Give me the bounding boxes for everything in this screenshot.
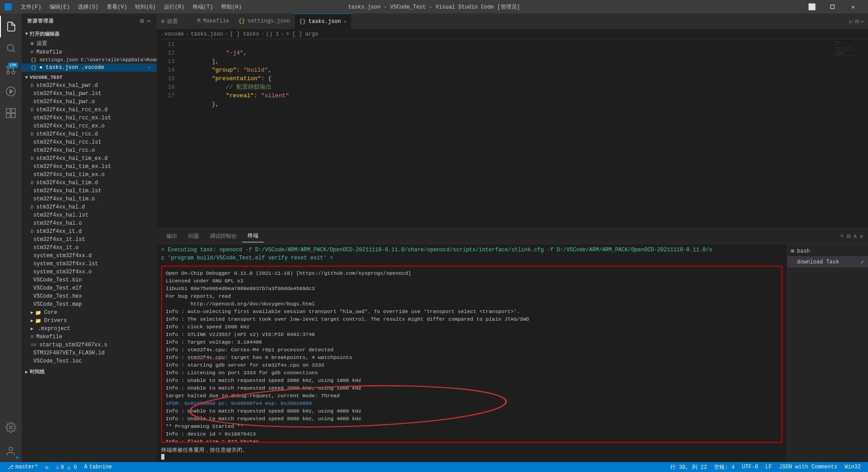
file-makefile[interactable]: M Makefile [22, 333, 157, 341]
open-editor-tasks-json[interactable]: {} ● tasks.json .vscode ✕ [22, 64, 157, 72]
split-editor-icon[interactable]: ⊟ [855, 18, 859, 25]
vscode-test-header[interactable]: ▼ VSCODE_TEST [22, 73, 157, 82]
breadcrumb-tasks[interactable]: [ ] tasks [230, 31, 259, 37]
folder-drivers[interactable]: ▶ 📁 Drivers [22, 317, 157, 325]
statusbar-branch[interactable]: ⎇ master* [4, 462, 41, 472]
menu-view[interactable]: 查看(V) [103, 2, 131, 12]
file-vscode-test-map[interactable]: VSCode_Test.map [22, 300, 157, 309]
file-stm32-hal-rcc-ex-o[interactable]: stm32f4xx_hal_rcc_ex.o [22, 122, 157, 130]
window-close-button[interactable]: ✕ [843, 0, 863, 14]
file-vscode-test-elf[interactable]: VSCode_Test.elf [22, 284, 157, 292]
file-stm32-hal-tim-d[interactable]: D stm32f4xx_hal_tim.d [22, 179, 157, 187]
file-stm32-hal-rcc-lst[interactable]: stm32f4xx_hal_rcc.lst [22, 138, 157, 146]
statusbar-eol[interactable]: LF [762, 462, 775, 472]
menu-help[interactable]: 帮助(H) [217, 2, 245, 12]
menu-goto[interactable]: 转到(G) [131, 2, 159, 12]
statusbar-tabnine[interactable]: A tabnine [81, 462, 116, 472]
statusbar-spaces[interactable]: 空格: 4 [710, 462, 738, 472]
folder-core[interactable]: ▶ 📁 Core [22, 309, 157, 317]
open-editor-settings-json[interactable]: {} settings.json C:\Users\ajie\AppData\R… [22, 56, 157, 64]
statusbar-encoding[interactable]: UTF-8 [738, 462, 762, 472]
statusbar-language[interactable]: JSON with Comments [775, 462, 841, 472]
window-toggle-button[interactable] [822, 0, 843, 14]
breadcrumb-vscode[interactable]: .vscode [161, 31, 184, 37]
menu-select[interactable]: 选择(S) [74, 2, 102, 12]
file-stm32-hal-rcc-d[interactable]: D stm32f4xx_hal_rcc.d [22, 130, 157, 138]
new-file-icon[interactable]: ⊞ [140, 17, 144, 25]
file-stm32-hal-tim-lst[interactable]: stm32f4xx_hal_tim.lst [22, 187, 157, 195]
activity-account[interactable] [0, 440, 22, 462]
file-system-stm32-o[interactable]: system_stm32f4xx.o [22, 268, 157, 276]
activity-search[interactable] [0, 37, 22, 59]
statusbar-errors[interactable]: ⚠ 0 △ 0 [52, 462, 81, 472]
terminal-output-box[interactable]: Open On-Chip Debugger 0.11.0 (2021-11-18… [161, 266, 782, 443]
file-stm32-hal-pwr-d[interactable]: D stm32f4xx_hal_pwr.d [22, 82, 157, 90]
file-stm32-hal-tim-o[interactable]: stm32f4xx_hal_tim.o [22, 195, 157, 203]
file-stm32-hal-tim-ex-d[interactable]: D stm32f4xx_hal_tim_ex.d [22, 154, 157, 163]
activity-extensions[interactable] [0, 102, 22, 124]
menu-edit[interactable]: 编辑(E) [46, 2, 74, 12]
file-system-stm32-lst[interactable]: system_stm32f4xx.lst [22, 260, 157, 268]
file-flash-ld[interactable]: STM32F407VETx_FLASH.ld [22, 349, 157, 357]
file-ioc[interactable]: VSCode_Test.ioc [22, 357, 157, 365]
file-stm32-it-lst[interactable]: stm32f4xx_it.lst [22, 236, 157, 244]
window-minimize-button[interactable]: ⬜ [801, 0, 822, 14]
terminal-bash-item[interactable]: ⊞ bash [787, 246, 868, 256]
tasks-json-close-icon[interactable]: ✕ [148, 65, 150, 70]
tab-makefile[interactable]: M Makefile [193, 14, 234, 29]
file-stm32-it-o[interactable]: stm32f4xx_it.o [22, 244, 157, 252]
breadcrumb-sep4: › [281, 31, 284, 37]
menu-run[interactable]: 运行(R) [160, 2, 188, 12]
tab-settings-json[interactable]: {} settings.json [234, 14, 295, 29]
minimize-terminal-icon[interactable]: ∧ [853, 232, 857, 240]
open-editor-settings[interactable]: ⚙ 设置 [22, 39, 157, 48]
file-startup[interactable]: ≡≡ startup_stm32f407xx.s [22, 341, 157, 349]
file-stm32-hal-tim-ex-o[interactable]: stm32f4xx_hal_tim_ex.o [22, 171, 157, 179]
file-stm32-hal-pwr-o[interactable]: stm32f4xx_hal_pwr.o [22, 98, 157, 106]
terminal-tab-terminal[interactable]: 终端 [242, 230, 264, 242]
activity-source-control[interactable]: 10K [0, 59, 22, 81]
menu-file[interactable]: 文件(F) [17, 2, 45, 12]
timeline-header[interactable]: ▶ 时间线 [22, 367, 157, 377]
activity-settings[interactable] [0, 417, 22, 438]
file-vscode-test-bin[interactable]: VSCode_Test.bin [22, 276, 157, 284]
code-content[interactable]: "-j4", ], "group": "build", "presentatio… [179, 39, 832, 228]
file-stm32-it-d[interactable]: D stm32f4xx_it.d [22, 227, 157, 236]
run-icon[interactable]: ▷ [850, 18, 853, 25]
file-stm32-hal-rcc-o[interactable]: stm32f4xx_hal_rcc.o [22, 146, 157, 154]
file-stm32-hal-o[interactable]: stm32f4xx_hal.o [22, 219, 157, 227]
file-stm32-hal-lst[interactable]: stm32f4xx_hal.lst [22, 211, 157, 219]
file-stm32-hal-pwr-lst[interactable]: stm32f4xx_hal_pwr.lst [22, 90, 157, 98]
file-stm32-hal-rcc-ex-lst[interactable]: stm32f4xx_hal_rcc_ex.lst [22, 114, 157, 122]
terminal-tab-output[interactable]: 输出 [161, 230, 183, 242]
file-stm32-hal-tim-ex-lst[interactable]: stm32f4xx_hal_tim_ex.lst [22, 163, 157, 171]
statusbar-sync[interactable]: ↻ [41, 462, 52, 472]
tab-tasks-json[interactable]: {} tasks.json ✕ [295, 14, 351, 29]
file-system-stm32-d[interactable]: system_stm32f4xx.d [22, 252, 157, 260]
breadcrumb-1[interactable]: () 1 [266, 31, 279, 37]
tasks-json-tab-close[interactable]: ✕ [344, 19, 346, 24]
split-terminal-icon[interactable]: ⊟ [847, 232, 850, 240]
breadcrumb-args[interactable]: > [ ] args [286, 31, 318, 37]
terminal-tab-problems[interactable]: 问题 [183, 230, 204, 242]
new-folder-icon[interactable]: ⋯ [147, 17, 151, 25]
close-terminal-icon[interactable]: ✕ [860, 232, 863, 240]
activity-explorer[interactable] [0, 16, 22, 37]
more-actions-icon[interactable]: ⋯ [861, 18, 864, 25]
tab-settings[interactable]: ⚙ 设置 [157, 14, 193, 29]
open-editors-header[interactable]: ▼ 打开的编辑器 [22, 29, 157, 39]
statusbar-platform[interactable]: Win32 [841, 462, 864, 472]
breadcrumb-tasks-json[interactable]: tasks.json [191, 31, 223, 37]
file-stm32-hal-d[interactable]: D stm32f4xx_hal.d [22, 203, 157, 211]
activity-debug[interactable] [0, 81, 22, 102]
file-stm32-hal-rcc-ex-d[interactable]: D stm32f4xx_hal_rcc_ex.d [22, 106, 157, 114]
file-vscode-test-hex[interactable]: VSCode_Test.hex [22, 292, 157, 300]
terminal-download-task-item[interactable]: ✗ download Task ✓ [787, 256, 868, 268]
statusbar-position[interactable]: 行 30, 列 22 [667, 462, 711, 472]
folder-mxproject[interactable]: ▶ .mxproject [22, 325, 157, 333]
output-text: Open On-Chip Debugger 0.11.0 (2021-11-18… [162, 267, 782, 443]
terminal-tab-debug[interactable]: 调试控制台 [204, 230, 242, 242]
open-editor-makefile[interactable]: M Makefile [22, 48, 157, 56]
add-terminal-icon[interactable]: + [840, 232, 844, 240]
menu-terminal[interactable]: 终端(T) [189, 2, 217, 12]
